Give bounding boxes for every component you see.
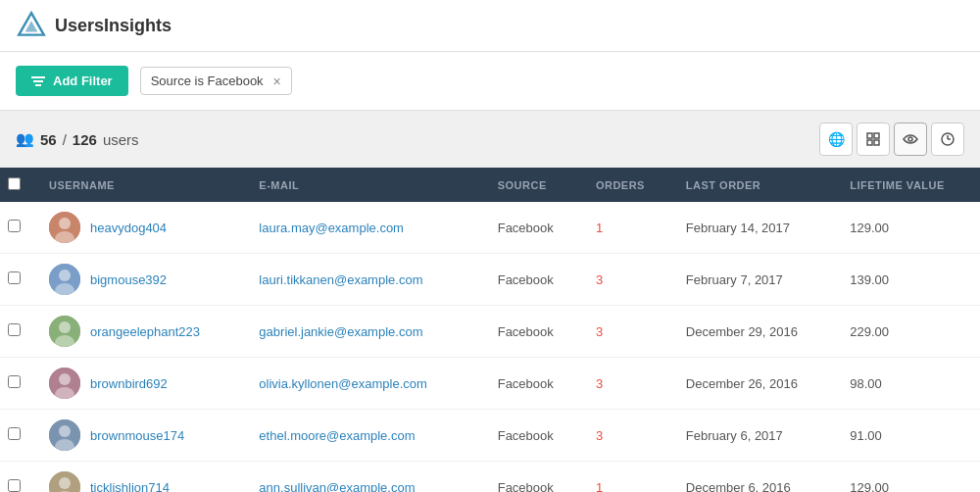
orders-link[interactable]: 3 [596,428,603,443]
row-username: brownmouse174 [35,410,245,462]
row-last-order: February 7, 2017 [672,254,836,306]
table-row: ticklishlion714 ann.sullivan@example.com… [0,462,980,493]
row-source: Facebook [484,306,582,358]
row-checkbox-cell [0,462,35,493]
row-lifetime-value: 229.00 [836,306,980,358]
clock-view-button[interactable] [931,123,964,156]
email-link[interactable]: lauri.tikkanen@example.com [259,272,422,287]
col-orders: ORDERS [582,168,672,202]
email-link[interactable]: laura.may@example.com [259,221,404,235]
email-link[interactable]: olivia.kyllonen@example.com [259,376,426,391]
row-orders: 3 [582,410,672,462]
username-link[interactable]: orangeelephant223 [90,324,200,339]
table-body: heavydog404 laura.may@example.com Facebo… [0,202,980,492]
email-link[interactable]: ethel.moore@example.com [259,428,415,443]
row-lifetime-value: 98.00 [836,358,980,410]
email-link[interactable]: gabriel.jankie@example.com [259,324,422,339]
svg-rect-7 [867,140,872,145]
row-email: olivia.kyllonen@example.com [245,358,483,410]
col-checkbox [0,168,35,202]
username-link[interactable]: heavydog404 [90,221,167,235]
svg-point-20 [59,321,71,333]
row-username: ticklishlion714 [35,462,245,493]
row-email: ethel.moore@example.com [245,410,483,462]
app-container: UsersInsights Add Filter Source is Faceb… [0,0,980,492]
eye-view-button[interactable] [894,123,927,156]
table-row: brownbird692 olivia.kyllonen@example.com… [0,358,980,410]
row-orders: 1 [582,462,672,493]
table-row: brownmouse174 ethel.moore@example.com Fa… [0,410,980,462]
username-link[interactable]: ticklishlion714 [90,480,170,493]
row-checkbox[interactable] [8,323,21,336]
filter-icon [31,75,45,87]
row-checkbox[interactable] [8,220,21,232]
username-link[interactable]: brownmouse174 [90,428,184,443]
row-checkbox-cell [0,410,35,462]
table-row: bigmouse392 lauri.tikkanen@example.com F… [0,254,980,306]
row-checkbox-cell [0,358,35,410]
svg-point-23 [59,373,71,385]
filtered-count: 56 [40,131,57,148]
grid-icon [866,132,880,146]
row-source: Facebook [484,462,582,493]
row-checkbox[interactable] [8,427,21,440]
table-container: USERNAME E-MAIL SOURCE ORDERS LAST ORDER… [0,168,980,492]
orders-link[interactable]: 3 [596,376,603,391]
row-lifetime-value: 91.00 [836,410,980,462]
row-username: bigmouse392 [35,254,245,306]
row-checkbox-cell [0,254,35,306]
username-link[interactable]: bigmouse392 [90,272,167,287]
filter-tag: Source is Facebook × [140,67,292,95]
filter-tag-close-button[interactable]: × [273,74,281,88]
row-lifetime-value: 129.00 [836,462,980,493]
stats-text: 👥 56 / 126 users [16,130,139,148]
orders-link[interactable]: 1 [596,221,603,235]
row-username: heavydog404 [35,202,245,254]
row-last-order: February 14, 2017 [672,202,836,254]
grid-view-button[interactable] [857,123,890,156]
users-table: USERNAME E-MAIL SOURCE ORDERS LAST ORDER… [0,168,980,492]
eye-icon [903,134,918,144]
username-link[interactable]: brownbird692 [90,376,168,391]
globe-view-button[interactable]: 🌐 [819,123,853,156]
row-orders: 3 [582,306,672,358]
col-last-order: LAST ORDER [672,168,836,202]
table-header: USERNAME E-MAIL SOURCE ORDERS LAST ORDER… [0,168,980,202]
row-username: orangeelephant223 [35,306,245,358]
row-email: laura.may@example.com [245,202,483,254]
svg-point-17 [59,270,71,281]
svg-rect-5 [867,133,872,138]
logo-text: UsersInsights [55,16,172,36]
row-last-order: December 26, 2016 [672,358,836,410]
row-orders: 3 [582,358,672,410]
filter-tag-text: Source is Facebook [151,74,264,88]
row-email: lauri.tikkanen@example.com [245,254,483,306]
row-last-order: February 6, 2017 [672,410,836,462]
orders-link[interactable]: 1 [596,480,603,493]
logo-icon [16,10,47,41]
clock-icon [941,132,955,146]
svg-point-29 [59,477,71,489]
add-filter-button[interactable]: Add Filter [16,66,128,96]
row-source: Facebook [484,254,582,306]
row-last-order: December 6, 2016 [672,462,836,493]
row-lifetime-value: 129.00 [836,202,980,254]
svg-point-9 [908,137,912,141]
header: UsersInsights [0,0,980,52]
row-source: Facebook [484,358,582,410]
select-all-checkbox[interactable] [8,177,21,190]
logo-container: UsersInsights [16,10,172,41]
toolbar: Add Filter Source is Facebook × [0,52,980,111]
row-orders: 3 [582,254,672,306]
col-lifetime-value: LIFETIME VALUE [836,168,980,202]
row-checkbox[interactable] [8,479,21,492]
svg-point-14 [59,218,71,229]
row-email: ann.sullivan@example.com [245,462,483,493]
orders-link[interactable]: 3 [596,272,603,287]
orders-link[interactable]: 3 [596,324,603,339]
col-email: E-MAIL [245,168,483,202]
row-email: gabriel.jankie@example.com [245,306,483,358]
row-checkbox[interactable] [8,271,21,284]
row-checkbox[interactable] [8,375,21,388]
email-link[interactable]: ann.sullivan@example.com [259,480,415,493]
